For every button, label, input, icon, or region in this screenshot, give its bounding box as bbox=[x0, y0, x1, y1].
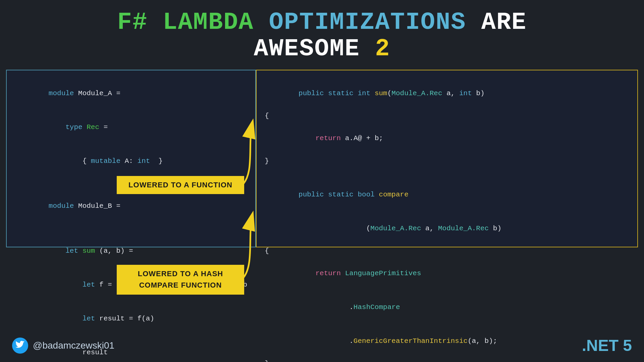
code-open2: { bbox=[265, 245, 629, 257]
code-module-a: module Module_A = bbox=[15, 76, 247, 110]
footer-handle: @badamczewski01 bbox=[33, 340, 114, 351]
code-sum-sig: public static int sum(Module_A.Rec a, in… bbox=[265, 76, 629, 110]
code-open1: { bbox=[265, 110, 629, 122]
code-hashcompare: .HashCompare bbox=[265, 291, 629, 324]
code-blank4 bbox=[265, 167, 629, 178]
footer-left: @badamczewski01 bbox=[12, 338, 114, 354]
footer-net-version: .NET 5 bbox=[582, 336, 632, 355]
title-lambda: LAMBDA bbox=[163, 9, 254, 36]
label-lowered-hash: LOWERED TO A HASHCOMPARE FUNCTION bbox=[117, 265, 244, 294]
code-return2: return LanguagePrimitives bbox=[265, 257, 629, 291]
title-optimizations: OPTIMIZATIONS bbox=[269, 9, 466, 36]
code-return1: return a.A@ + b; bbox=[265, 122, 629, 156]
right-code-block: public static int sum(Module_A.Rec a, in… bbox=[265, 76, 629, 362]
code-type-rec: type Rec = bbox=[15, 110, 247, 144]
code-compare-sig1: public static bool compare bbox=[265, 178, 629, 212]
label-lowered-function: LOWERED TO A FUNCTION bbox=[117, 176, 244, 194]
left-code-block: module Module_A = type Rec = { mutable A… bbox=[15, 76, 247, 362]
title-line1: F# LAMBDA OPTIMIZATIONS ARE bbox=[0, 9, 644, 36]
title-are: ARE bbox=[481, 9, 527, 36]
title-fsharp: F# bbox=[117, 9, 148, 36]
panels-area: module Module_A = type Rec = { mutable A… bbox=[6, 70, 638, 247]
title-two: 2 bbox=[375, 35, 390, 63]
code-mutable: { mutable A: int } bbox=[15, 144, 247, 178]
code-let-sum: let sum (a, b) = bbox=[15, 234, 247, 268]
code-blank2 bbox=[15, 223, 247, 234]
left-panel: module Module_A = type Rec = { mutable A… bbox=[6, 70, 256, 247]
code-close2: } bbox=[265, 358, 629, 362]
footer: @badamczewski01 .NET 5 bbox=[0, 336, 644, 355]
code-compare-sig2: (Module_A.Rec a, Module_A.Rec b) bbox=[265, 212, 629, 246]
title-area: F# LAMBDA OPTIMIZATIONS ARE AWESOME 2 bbox=[0, 0, 644, 70]
title-awesome: AWESOME bbox=[254, 35, 360, 63]
title-line2: AWESOME 2 bbox=[0, 36, 644, 62]
code-close1: } bbox=[265, 156, 629, 167]
code-let-result1: let result = f(a) bbox=[15, 302, 247, 336]
right-panel: public static int sum(Module_A.Rec a, in… bbox=[256, 70, 638, 247]
twitter-icon bbox=[12, 338, 28, 354]
